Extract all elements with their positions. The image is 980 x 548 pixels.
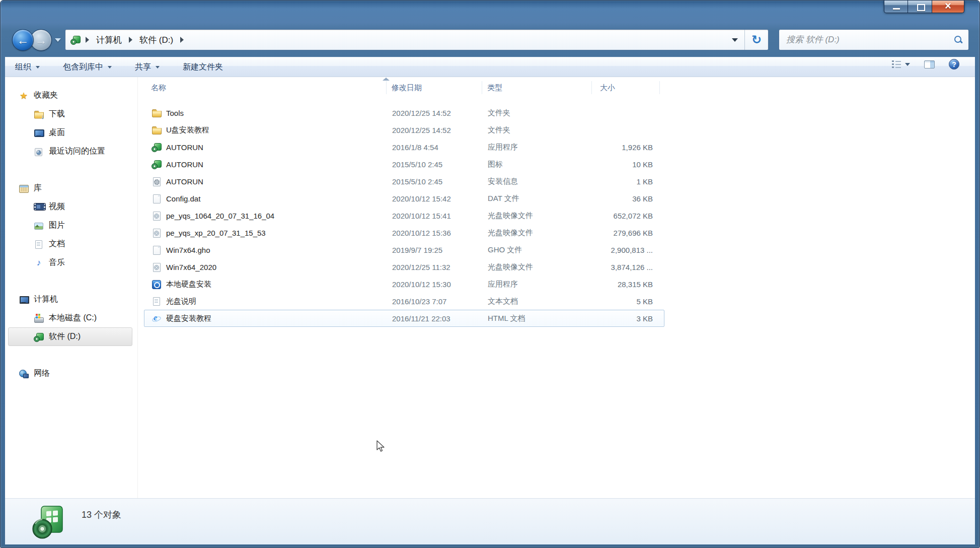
file-type: 文本文档 — [483, 297, 592, 306]
file-name: 光盘说明 — [166, 297, 196, 306]
sidebar-item[interactable]: 计算机 — [8, 290, 132, 309]
file-name: Win7x64.gho — [166, 246, 210, 254]
column-header-date[interactable]: 修改日期 — [387, 81, 482, 94]
column-headers: 名称 修改日期 类型 大小 — [138, 77, 975, 98]
breadcrumb-separator-icon — [180, 37, 184, 43]
file-row[interactable]: AUTORUN 2016/1/8 4:54 应用程序 1,926 KB — [144, 139, 664, 156]
file-list-pane: 名称 修改日期 类型 大小 Tools 2020/12/25 14:52 文件夹 — [138, 77, 975, 498]
document-icon — [34, 239, 44, 249]
file-row[interactable]: pe_yqs_xp_20_07_31_15_53 2020/10/12 15:3… — [144, 224, 664, 241]
file-date: 2015/5/10 2:45 — [387, 160, 483, 169]
sidebar-item[interactable]: 库 — [8, 179, 132, 197]
music-icon — [34, 258, 44, 268]
navigation-bar: 计算机 软件 (D:) — [1, 23, 979, 57]
file-type: 文件夹 — [483, 108, 592, 118]
toolbar-button[interactable]: 包含到库中 — [61, 59, 114, 75]
file-type: 安装信息 — [483, 177, 592, 186]
refresh-button[interactable] — [745, 30, 768, 50]
toolbar-button[interactable]: 组织 — [13, 59, 42, 75]
close-button[interactable] — [932, 1, 964, 13]
sidebar-item-label: 桌面 — [49, 127, 65, 138]
search-input[interactable] — [786, 35, 953, 45]
sidebar-item[interactable]: 桌面 — [8, 123, 132, 142]
sidebar-item[interactable]: 网络 — [8, 364, 132, 383]
file-row[interactable]: Tools 2020/12/25 14:52 文件夹 — [144, 104, 664, 121]
breadcrumb-item[interactable]: 软件 (D:) — [137, 34, 175, 46]
back-button[interactable] — [12, 29, 34, 51]
toolbar-button[interactable]: 共享 — [133, 59, 162, 75]
address-bar[interactable]: 计算机 软件 (D:) — [65, 29, 769, 50]
file-type: 光盘映像文件 — [483, 262, 592, 272]
app-blue-icon — [152, 279, 162, 289]
file-rows: Tools 2020/12/25 14:52 文件夹 U盘安装教程 2020/1… — [138, 104, 975, 327]
title-bar — [1, 1, 979, 23]
file-row[interactable]: U盘安装教程 2020/12/25 14:52 文件夹 — [144, 121, 664, 139]
column-header-type[interactable]: 类型 — [482, 81, 592, 94]
computer-icon — [19, 295, 29, 305]
file-name: U盘安装教程 — [166, 125, 209, 135]
sidebar-item[interactable]: 图片 — [8, 216, 132, 235]
sidebar-item[interactable]: 本地磁盘 (C:) — [8, 309, 132, 327]
breadcrumb-separator-icon — [129, 37, 132, 43]
sort-ascending-icon — [383, 78, 390, 81]
toolbar-button[interactable]: 新建文件夹 — [181, 59, 225, 75]
file-row[interactable]: AUTORUN 2015/5/10 2:45 安装信息 1 KB — [144, 173, 664, 190]
drive-d-icon — [70, 35, 81, 45]
file-name: 本地硬盘安装 — [166, 280, 211, 289]
setup-info-icon — [152, 176, 162, 186]
file-size: 5 KB — [592, 297, 657, 306]
sidebar-item[interactable]: 视频 — [8, 197, 132, 216]
address-dropdown-button[interactable] — [725, 30, 744, 50]
maximize-button[interactable] — [908, 1, 932, 13]
file-size: 10 KB — [592, 160, 657, 169]
file-size: 36 KB — [592, 194, 657, 203]
file-row[interactable]: 光盘说明 2016/10/23 7:07 文本文档 5 KB — [144, 293, 664, 310]
explorer-window: 计算机 软件 (D:) 组织包含到库中共享新建文件夹 — [0, 0, 980, 548]
sidebar-item-label: 计算机 — [34, 294, 58, 305]
file-row[interactable]: Win7x64.gho 2019/9/7 19:25 GHO 文件 2,900,… — [144, 241, 664, 258]
file-row[interactable]: Config.dat 2020/10/12 15:42 DAT 文件 36 KB — [144, 190, 664, 207]
search-icon[interactable] — [953, 35, 963, 45]
disc-image-icon — [152, 262, 162, 272]
sidebar-item[interactable]: 音乐 — [8, 253, 132, 272]
file-type: 光盘映像文件 — [483, 228, 592, 238]
sidebar-item-label: 下载 — [49, 109, 65, 119]
change-view-button[interactable] — [892, 60, 910, 68]
breadcrumb-item[interactable]: 计算机 — [94, 34, 124, 46]
sidebar-item[interactable]: 收藏夹 — [8, 86, 132, 105]
sidebar-item[interactable]: 最近访问的位置 — [8, 142, 132, 161]
file-size: 1,926 KB — [592, 143, 657, 152]
sidebar-item[interactable]: 软件 (D:) — [8, 327, 132, 346]
minimize-button[interactable] — [884, 1, 908, 13]
file-size: 279,696 KB — [592, 229, 657, 237]
views-icon — [892, 60, 901, 68]
file-size: 2,900,813 ... — [592, 246, 657, 254]
search-box — [779, 29, 969, 50]
file-row[interactable]: AUTORUN 2015/5/10 2:45 图标 10 KB — [144, 156, 664, 173]
file-name: AUTORUN — [166, 160, 203, 169]
file-row[interactable]: 本地硬盘安装 2020/10/12 15:30 应用程序 28,315 KB — [144, 276, 664, 293]
file-date: 2020/12/25 14:52 — [387, 126, 483, 134]
view-controls — [892, 59, 959, 70]
file-row[interactable]: Win7x64_2020 2020/12/25 11:32 光盘映像文件 3,8… — [144, 258, 664, 276]
file-row[interactable]: pe_yqs_1064_20_07_31_16_04 2020/10/12 15… — [144, 207, 664, 224]
file-date: 2020/10/12 15:42 — [387, 194, 483, 203]
recent-pages-chevron-icon[interactable] — [55, 38, 61, 42]
sidebar-item[interactable]: 文档 — [8, 235, 132, 253]
file-date: 2016/10/23 7:07 — [387, 297, 483, 306]
file-name: pe_yqs_xp_20_07_31_15_53 — [166, 229, 266, 237]
command-toolbar: 组织包含到库中共享新建文件夹 — [5, 57, 975, 77]
sidebar-item-label: 软件 (D:) — [49, 331, 81, 342]
picture-icon — [34, 221, 44, 231]
column-header-size[interactable]: 大小 — [592, 81, 660, 94]
desktop-icon — [34, 128, 44, 138]
autorun-app-icon — [152, 142, 162, 152]
column-header-name[interactable]: 名称 — [138, 81, 387, 94]
file-name: AUTORUN — [166, 143, 203, 152]
file-row[interactable]: 硬盘安装教程 2016/11/21 22:03 HTML 文档 3 KB — [144, 310, 664, 327]
html-file-icon — [152, 313, 162, 323]
sidebar-item[interactable]: 下载 — [8, 105, 132, 123]
sidebar-item-label: 音乐 — [49, 257, 65, 268]
preview-pane-button[interactable] — [924, 60, 935, 68]
help-button[interactable] — [949, 59, 959, 70]
